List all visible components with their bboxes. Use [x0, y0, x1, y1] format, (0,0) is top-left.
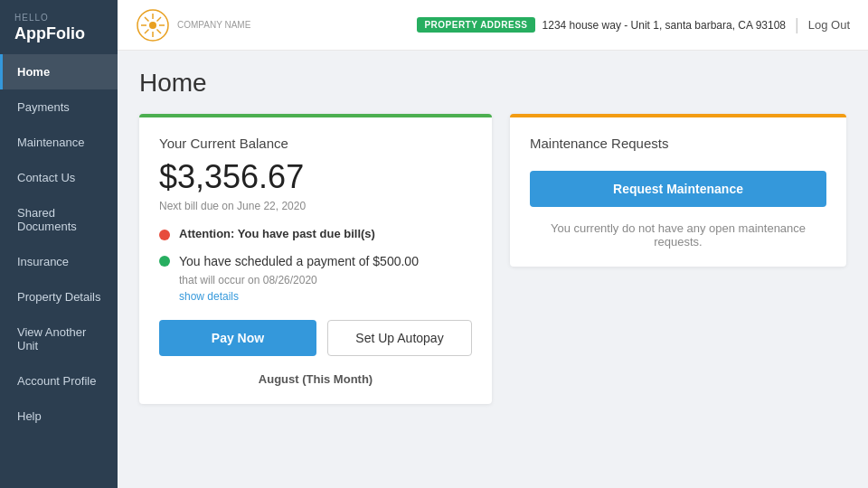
set-up-autopay-button[interactable]: Set Up Autopay [327, 320, 472, 356]
next-bill-text: Next bill due on June 22, 2020 [159, 200, 472, 212]
sidebar-item-help[interactable]: Help [0, 399, 118, 434]
app-name: AppFolio [0, 23, 118, 54]
svg-line-7 [157, 29, 162, 33]
sidebar-item-home[interactable]: Home [0, 54, 118, 89]
logout-link[interactable]: Log Out [808, 18, 850, 32]
sidebar-item-view-another-unit[interactable]: View Another Unit [0, 314, 118, 363]
maintenance-card-title: Maintenance Requests [530, 136, 826, 151]
balance-amount: $3,356.67 [159, 158, 472, 196]
request-maintenance-button[interactable]: Request Maintenance [530, 171, 826, 207]
month-label: August (This Month) [159, 372, 472, 386]
svg-line-9 [145, 29, 149, 33]
sidebar-item-contact-us[interactable]: Contact Us [0, 160, 118, 195]
cards-row: Your Current Balance $3,356.67 Next bill… [139, 114, 846, 404]
main-area: COMPANY NAME PROPERTY ADDRESS 1234 house… [118, 0, 868, 488]
show-details-link[interactable]: show details [179, 290, 239, 303]
balance-card-title: Your Current Balance [159, 136, 472, 151]
sidebar-item-property-details[interactable]: Property Details [0, 279, 118, 314]
company-logo [136, 8, 170, 42]
logo-area: COMPANY NAME [136, 8, 250, 42]
sidebar-item-payments[interactable]: Payments [0, 89, 118, 125]
header-divider: | [795, 15, 799, 34]
maintenance-empty-text: You currently do not have any open maint… [530, 221, 826, 249]
scheduled-payment-row: You have scheduled a payment of $500.00 … [159, 253, 472, 304]
maintenance-card: Maintenance Requests Request Maintenance… [510, 114, 846, 267]
hello-label: HELLO [0, 0, 118, 23]
svg-line-6 [145, 17, 149, 22]
pay-now-button[interactable]: Pay Now [159, 320, 316, 356]
content-area: Home Your Current Balance $3,356.67 Next… [118, 51, 868, 488]
page-title: Home [139, 69, 846, 98]
past-due-alert-text: Attention: You have past due bill(s) [179, 227, 375, 240]
card-buttons: Pay Now Set Up Autopay [159, 320, 472, 356]
svg-line-8 [157, 17, 162, 22]
header: COMPANY NAME PROPERTY ADDRESS 1234 house… [118, 0, 868, 51]
sidebar: HELLO AppFolio Home Payments Maintenance… [0, 0, 118, 488]
scheduled-payment-text: You have scheduled a payment of $500.00 [179, 253, 419, 271]
svg-point-1 [149, 22, 156, 29]
past-due-dot [159, 230, 170, 240]
scheduled-payment-dot [159, 256, 170, 267]
sidebar-item-maintenance[interactable]: Maintenance [0, 125, 118, 160]
property-address: 1234 house way - Unit 1, santa barbara, … [542, 19, 787, 32]
sidebar-item-insurance[interactable]: Insurance [0, 244, 118, 279]
balance-card: Your Current Balance $3,356.67 Next bill… [139, 114, 492, 404]
scheduled-payment-info: You have scheduled a payment of $500.00 … [179, 253, 419, 304]
company-name-text: COMPANY NAME [177, 20, 250, 31]
sidebar-nav: Home Payments Maintenance Contact Us Sha… [0, 54, 118, 488]
sidebar-item-account-profile[interactable]: Account Profile [0, 363, 118, 399]
scheduled-date-text: that will occur on 08/26/2020 [179, 274, 419, 286]
sidebar-item-shared-documents[interactable]: Shared Documents [0, 195, 118, 244]
property-badge: PROPERTY ADDRESS [417, 17, 534, 33]
past-due-alert-row: Attention: You have past due bill(s) [159, 227, 472, 240]
